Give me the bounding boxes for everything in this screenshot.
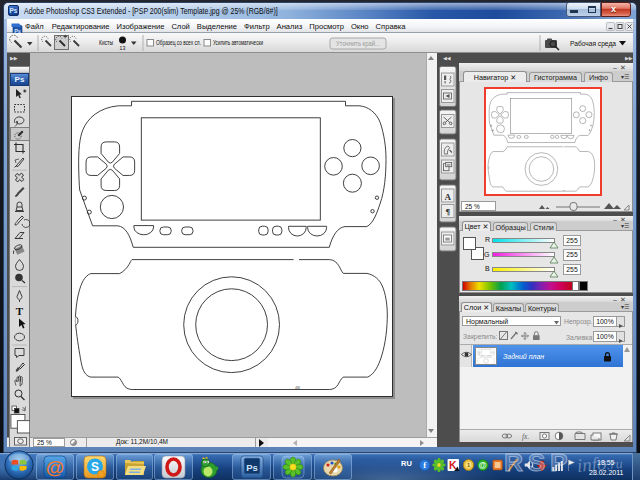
svg-text:Кисты: Кисты — [99, 39, 113, 46]
svg-text:@: @ — [46, 457, 65, 478]
svg-text:T: T — [16, 305, 24, 317]
svg-text:@: @ — [479, 460, 487, 470]
svg-text:Образец со всех сл.: Образец со всех сл. — [156, 39, 201, 47]
svg-text:13: 13 — [120, 45, 126, 51]
svg-text:S: S — [91, 460, 99, 474]
svg-text:A: A — [445, 192, 452, 202]
svg-text:fx.: fx. — [522, 432, 529, 441]
svg-text:Уточнить край...: Уточнить край... — [336, 40, 380, 48]
svg-text:Ps: Ps — [246, 461, 258, 472]
svg-text:¶: ¶ — [446, 207, 451, 217]
svg-text:Усилить автоматически: Усилить автоматически — [213, 39, 263, 46]
svg-text:Рабочая среда: Рабочая среда — [570, 40, 616, 48]
